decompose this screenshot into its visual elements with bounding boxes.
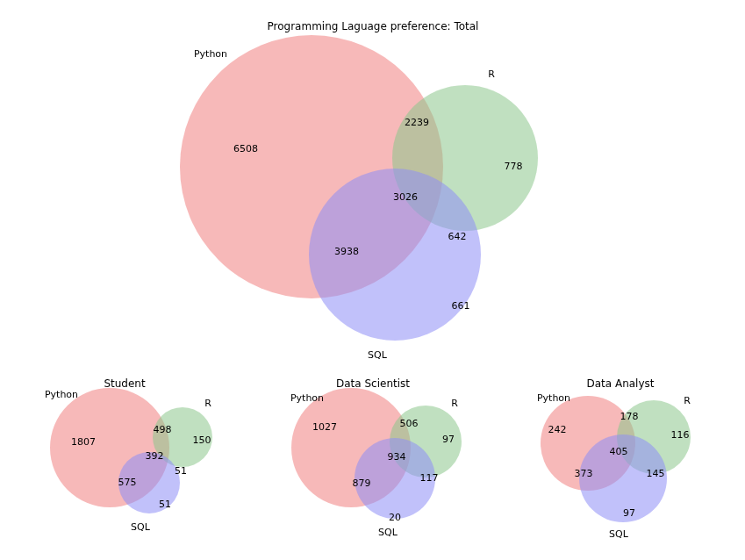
region-C-total: 661 bbox=[452, 300, 470, 312]
label-sql-total: SQL bbox=[368, 349, 388, 361]
region-B-analyst: 116 bbox=[671, 429, 690, 441]
label-r-student: R bbox=[204, 398, 211, 409]
venn-student: Student Python R SQL 1807 150 51 498 575… bbox=[45, 377, 212, 533]
venn-data-analyst: Data Analyst Python R SQL 242 116 97 178… bbox=[537, 377, 691, 540]
title-scientist: Data Scientist bbox=[336, 377, 410, 390]
region-AB-total: 2239 bbox=[405, 117, 429, 128]
label-python-total: Python bbox=[194, 48, 227, 60]
label-r-total: R bbox=[488, 68, 495, 80]
region-A-analyst: 242 bbox=[548, 424, 567, 435]
region-B-scientist: 97 bbox=[442, 434, 455, 445]
region-A-total: 6508 bbox=[233, 143, 258, 154]
region-ABC-student: 392 bbox=[146, 450, 164, 462]
region-AB-analyst: 178 bbox=[620, 411, 639, 422]
label-python-student: Python bbox=[45, 389, 78, 400]
region-BC-scientist: 117 bbox=[420, 472, 439, 484]
region-BC-total: 642 bbox=[448, 231, 467, 242]
label-sql-scientist: SQL bbox=[378, 527, 398, 538]
region-C-student: 51 bbox=[159, 499, 171, 510]
region-A-scientist: 1027 bbox=[312, 421, 337, 433]
region-ABC-scientist: 934 bbox=[388, 451, 406, 463]
region-C-scientist: 20 bbox=[389, 512, 401, 523]
label-python-analyst: Python bbox=[537, 392, 570, 404]
region-BC-student: 51 bbox=[175, 465, 187, 477]
region-C-analyst: 97 bbox=[623, 507, 635, 519]
region-A-student: 1807 bbox=[71, 436, 96, 448]
region-B-total: 778 bbox=[505, 161, 523, 172]
title-analyst: Data Analyst bbox=[586, 377, 654, 390]
region-ABC-total: 3026 bbox=[393, 191, 418, 203]
label-sql-analyst: SQL bbox=[609, 528, 629, 540]
region-B-student: 150 bbox=[193, 434, 211, 446]
title-total: Programming Laguage preference: Total bbox=[268, 20, 479, 32]
label-r-analyst: R bbox=[684, 395, 691, 406]
label-python-scientist: Python bbox=[290, 392, 324, 404]
region-AC-total: 3938 bbox=[334, 246, 359, 257]
region-AB-student: 498 bbox=[154, 424, 172, 435]
label-sql-student: SQL bbox=[131, 521, 151, 533]
region-ABC-analyst: 405 bbox=[610, 446, 628, 457]
label-r-scientist: R bbox=[451, 398, 458, 409]
venn-total: Programming Laguage preference: Total Py… bbox=[180, 20, 538, 361]
venn-data-scientist: Data Scientist Python R SQL 1027 97 20 5… bbox=[290, 377, 462, 538]
figure: Programming Laguage preference: Total Py… bbox=[0, 0, 745, 560]
title-student: Student bbox=[104, 377, 146, 390]
region-AC-student: 575 bbox=[118, 477, 137, 488]
region-AC-analyst: 373 bbox=[575, 468, 593, 479]
region-AB-scientist: 506 bbox=[400, 418, 419, 429]
region-BC-analyst: 145 bbox=[647, 468, 665, 479]
region-AC-scientist: 879 bbox=[353, 477, 371, 489]
